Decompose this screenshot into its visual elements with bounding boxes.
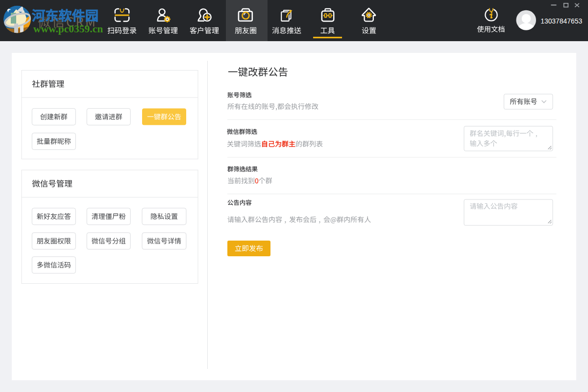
svg-text:13037847653: 13037847653 [540,17,582,25]
svg-text:www.pc0359.cn: www.pc0359.cn [33,23,103,35]
